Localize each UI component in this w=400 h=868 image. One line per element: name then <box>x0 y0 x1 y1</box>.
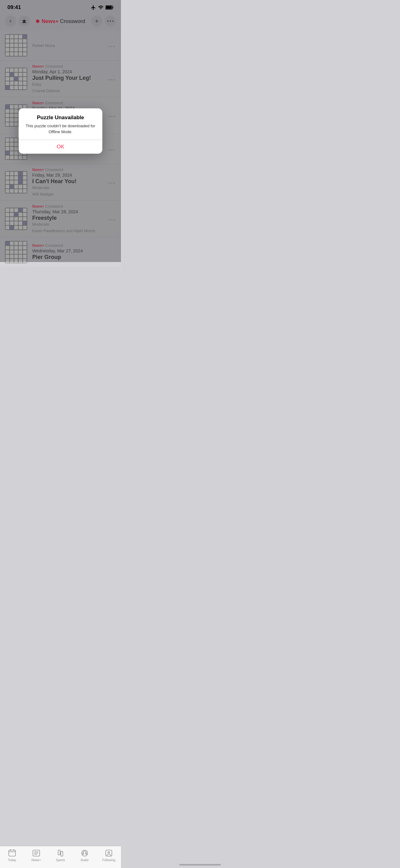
modal-title: Puzzle Unavailable <box>24 115 97 121</box>
modal-overlay: Puzzle Unavailable This puzzle couldn't … <box>0 0 121 262</box>
modal-content: Puzzle Unavailable This puzzle couldn't … <box>19 108 102 140</box>
alert-dialog: Puzzle Unavailable This puzzle couldn't … <box>19 108 102 153</box>
modal-actions: OK <box>19 140 102 154</box>
modal-message: This puzzle couldn't be downloaded for O… <box>24 123 97 134</box>
ok-button[interactable]: OK <box>19 140 102 154</box>
